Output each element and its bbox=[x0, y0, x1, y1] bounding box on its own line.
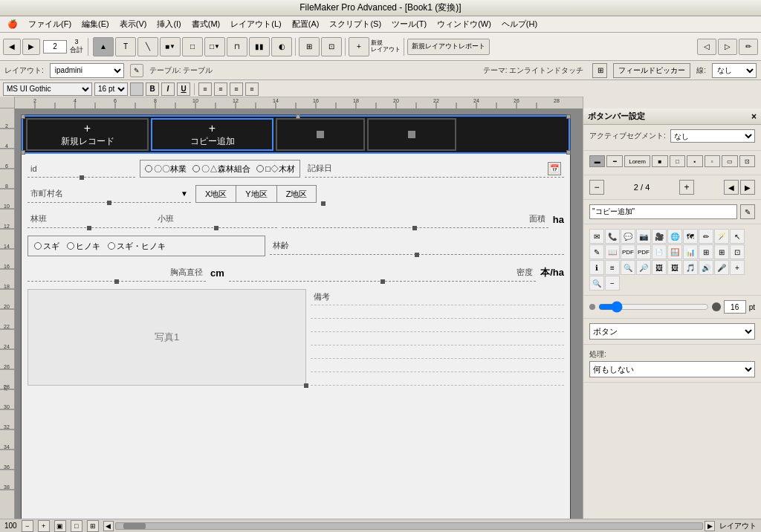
icon-globe[interactable]: 🌐 bbox=[667, 229, 682, 244]
icon-minus[interactable]: − bbox=[605, 276, 620, 291]
rinage-field[interactable]: 林齢 bbox=[270, 237, 564, 255]
remarks-line-3[interactable] bbox=[311, 332, 564, 346]
icon-audio[interactable]: 🔊 bbox=[699, 260, 713, 275]
radio-3[interactable]: □◇木材 bbox=[256, 163, 295, 175]
icon-camera[interactable]: 📷 bbox=[636, 229, 651, 244]
right-arrow-button[interactable]: ▷ bbox=[718, 39, 737, 55]
remarks-line-1[interactable] bbox=[311, 305, 564, 319]
icon-info[interactable]: ℹ bbox=[589, 260, 604, 275]
align-justify-button[interactable]: ≡ bbox=[245, 82, 259, 96]
icon-phone[interactable]: 📞 bbox=[605, 229, 620, 244]
nav-forward-button[interactable]: ▶ bbox=[22, 39, 40, 55]
bold-button[interactable]: B bbox=[146, 82, 159, 96]
font-select[interactable]: MS UI Gothic bbox=[3, 82, 92, 96]
icon-more[interactable]: ⊡ bbox=[730, 244, 745, 259]
underline-button[interactable]: U bbox=[177, 82, 190, 96]
tab-z[interactable]: Z地区 bbox=[277, 186, 317, 202]
color-picker[interactable] bbox=[130, 82, 143, 96]
style-btn-6[interactable]: ▪ bbox=[687, 155, 702, 167]
align-left-button[interactable]: ≡ bbox=[198, 82, 212, 96]
style-btn-8[interactable]: ▭ bbox=[722, 155, 737, 167]
mune-field[interactable]: 胸高直径 bbox=[27, 264, 206, 282]
hayashi-field[interactable]: 林班 bbox=[27, 210, 150, 228]
icon-video[interactable]: 🎥 bbox=[652, 229, 667, 244]
id-field[interactable]: id bbox=[27, 160, 135, 178]
menu-arrange[interactable]: 配置(A) bbox=[288, 17, 324, 31]
scrollbar-track[interactable] bbox=[115, 522, 703, 530]
view-icon-2[interactable]: □ bbox=[71, 520, 82, 532]
icon-image-2[interactable]: 🖼 bbox=[667, 260, 682, 275]
city-field[interactable]: 市町村名 ▼ bbox=[27, 185, 191, 203]
menu-edit[interactable]: 編集(E) bbox=[77, 17, 114, 31]
bar-chart-button[interactable]: ▮▮ bbox=[249, 37, 270, 56]
icon-image[interactable]: 🖼 bbox=[652, 260, 667, 275]
nav-input[interactable]: 2 bbox=[43, 40, 67, 53]
koyashi-field[interactable]: 小班 bbox=[155, 210, 277, 228]
tab-y[interactable]: Y地区 bbox=[236, 186, 276, 202]
panel-close-button[interactable]: × bbox=[751, 111, 757, 122]
icon-map[interactable]: 🗺 bbox=[683, 229, 698, 244]
counter-plus-button[interactable]: + bbox=[679, 180, 694, 195]
icon-search[interactable]: 🔍 bbox=[621, 260, 635, 275]
style-btn-1[interactable]: ▬ bbox=[589, 155, 605, 167]
mitsudo-field[interactable]: 密度 bbox=[229, 264, 536, 282]
icon-table[interactable]: ⊞ bbox=[699, 244, 713, 259]
remarks-header[interactable]: 備考 bbox=[311, 289, 564, 305]
radio-1[interactable]: 〇〇林業 bbox=[145, 163, 187, 175]
icon-email[interactable]: ✉ bbox=[589, 229, 604, 244]
button-type-select[interactable]: ボタン bbox=[589, 323, 755, 340]
select-tool-button[interactable]: ▲ bbox=[93, 37, 114, 56]
radio-2[interactable]: 〇△森林組合 bbox=[192, 163, 250, 175]
scroll-left-button[interactable]: ◀ bbox=[103, 521, 114, 531]
icon-pencil-2[interactable]: ✎ bbox=[589, 244, 604, 259]
report-button[interactable]: 新規レイアウトレポート bbox=[407, 39, 490, 55]
copy-add-button[interactable]: + コピー追加 bbox=[151, 118, 273, 151]
tree-1[interactable]: スギ bbox=[34, 241, 59, 252]
style-btn-7[interactable]: ▫ bbox=[705, 155, 720, 167]
icon-mic[interactable]: 🎤 bbox=[714, 260, 729, 275]
menu-apple[interactable]: 🍎 bbox=[3, 18, 22, 30]
empty-button-2[interactable] bbox=[367, 118, 456, 151]
menu-view[interactable]: 表示(V) bbox=[115, 17, 152, 31]
calendar-icon[interactable]: 📅 bbox=[548, 162, 561, 175]
line-select[interactable]: なし bbox=[712, 63, 757, 78]
size-slider[interactable] bbox=[598, 303, 709, 311]
layout-select[interactable]: ipadmini bbox=[50, 63, 124, 78]
photo-field[interactable]: 写真1 bbox=[27, 289, 306, 386]
menu-layout[interactable]: レイアウト(L) bbox=[226, 17, 285, 31]
menu-insert[interactable]: 挿入(I) bbox=[152, 17, 185, 31]
icon-pencil[interactable]: ✏ bbox=[699, 229, 713, 244]
style-btn-3[interactable]: Lorem bbox=[624, 155, 650, 167]
tree-3[interactable]: スギ・ヒノキ bbox=[108, 241, 166, 252]
icon-cursor[interactable]: ↖ bbox=[730, 229, 745, 244]
icon-chart[interactable]: 📊 bbox=[683, 244, 698, 259]
style-btn-4[interactable]: ■ bbox=[652, 155, 667, 167]
remarks-line-2[interactable] bbox=[311, 319, 564, 332]
date-field[interactable]: 記録日 📅 bbox=[305, 160, 564, 178]
italic-button[interactable]: I bbox=[161, 82, 175, 96]
pencil-button[interactable]: ✏ bbox=[739, 39, 758, 55]
icon-pdf-2[interactable]: PDF bbox=[636, 244, 651, 259]
field-picker-button[interactable]: フィールドピッカー bbox=[613, 63, 690, 78]
icon-pdf[interactable]: PDF bbox=[621, 244, 635, 259]
icon-search-2[interactable]: 🔎 bbox=[636, 260, 651, 275]
view-icon-3[interactable]: ⊞ bbox=[87, 520, 99, 532]
text-tool-button[interactable]: T bbox=[115, 37, 136, 56]
fill-tool-button[interactable]: ■▼ bbox=[160, 37, 181, 56]
portal-button[interactable]: ⊞ bbox=[299, 37, 320, 56]
remarks-line-5[interactable] bbox=[311, 359, 564, 372]
style-btn-9[interactable]: ⊡ bbox=[739, 155, 755, 167]
remarks-line-4[interactable] bbox=[311, 346, 564, 359]
view-icon-1[interactable]: ▣ bbox=[54, 520, 66, 532]
line-tool-button[interactable]: ╲ bbox=[137, 37, 158, 56]
tree-2[interactable]: ヒノキ bbox=[67, 241, 100, 252]
menseki-field[interactable]: 面積 bbox=[282, 210, 548, 228]
layout-edit-button[interactable]: ✎ bbox=[130, 64, 143, 77]
theme-icon-button[interactable]: ⊞ bbox=[592, 63, 607, 78]
menu-window[interactable]: ウィンドウ(W) bbox=[433, 17, 496, 31]
menu-format[interactable]: 書式(M) bbox=[187, 17, 225, 31]
add-layout-button[interactable]: + bbox=[349, 37, 369, 56]
rounded-tool-button[interactable]: ⊓ bbox=[227, 37, 247, 56]
icon-lock[interactable]: 🔍 bbox=[589, 276, 604, 291]
action-select[interactable]: 何もしない bbox=[589, 361, 755, 377]
